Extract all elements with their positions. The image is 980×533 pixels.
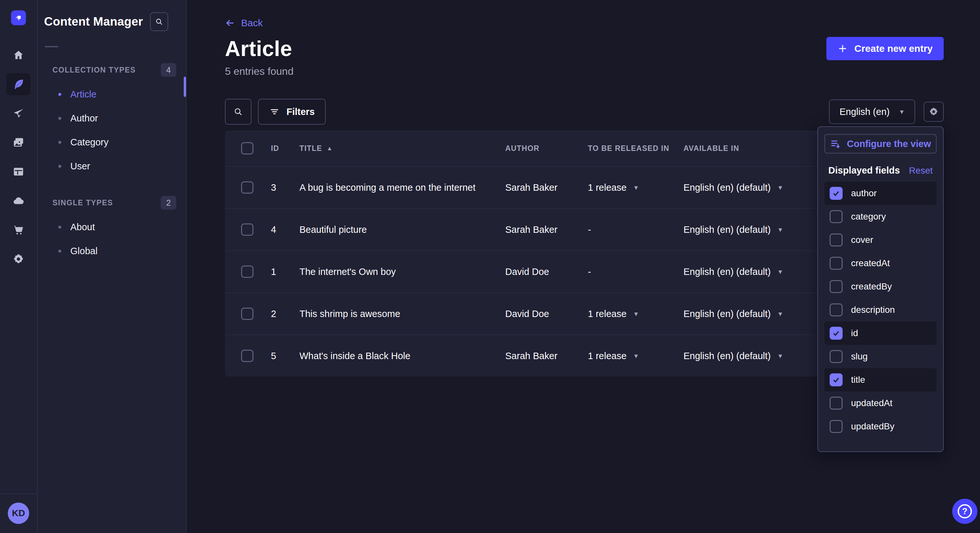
field-toggle-createdBy[interactable]: createdBy xyxy=(824,275,937,298)
field-toggle-updatedBy[interactable]: updatedBy xyxy=(824,415,937,438)
column-header-to-be-released-in[interactable]: TO BE RELEASED IN xyxy=(583,144,679,153)
content-type-builder-icon[interactable] xyxy=(6,160,30,182)
field-toggle-updatedAt[interactable]: updatedAt xyxy=(824,392,937,415)
field-label: category xyxy=(851,211,886,222)
sidebar-item-user[interactable]: User xyxy=(38,154,186,178)
sidebar-scrollbar-thumb[interactable] xyxy=(184,77,186,97)
user-avatar[interactable]: KD xyxy=(8,503,29,524)
checkbox[interactable] xyxy=(830,257,843,270)
help-button[interactable]: ? xyxy=(952,499,977,524)
checkbox[interactable] xyxy=(830,303,843,316)
filters-button[interactable]: Filters xyxy=(258,99,326,125)
field-toggle-slug[interactable]: slug xyxy=(824,345,937,368)
sidebar-item-global[interactable]: Global xyxy=(38,239,186,263)
rail-icon-list xyxy=(6,44,30,270)
cell-release: - xyxy=(583,266,679,277)
checkbox[interactable] xyxy=(830,187,843,200)
sidebar-search-button[interactable] xyxy=(150,12,168,31)
checkbox[interactable] xyxy=(830,327,843,339)
deploy-icon[interactable] xyxy=(6,190,30,212)
bullet-icon xyxy=(58,117,61,120)
field-toggle-createdAt[interactable]: createdAt xyxy=(824,252,937,275)
cell-id: 1 xyxy=(264,266,293,277)
home-icon[interactable] xyxy=(6,44,30,66)
field-toggle-cover[interactable]: cover xyxy=(824,228,937,252)
create-new-entry-button[interactable]: Create new entry xyxy=(826,37,944,60)
reset-button[interactable]: Reset xyxy=(909,165,933,176)
gear-icon xyxy=(929,106,939,117)
view-settings-button[interactable] xyxy=(924,102,944,122)
sidebar-item-article[interactable]: Article xyxy=(38,82,186,106)
chevron-down-icon: ▼ xyxy=(777,311,783,317)
cell-release-menu[interactable]: 1 release▼ xyxy=(583,182,679,193)
main-content: Back Article 5 entries found Create new … xyxy=(187,0,980,533)
row-checkbox[interactable] xyxy=(241,265,253,278)
checkbox[interactable] xyxy=(830,280,843,293)
row-checkbox[interactable] xyxy=(241,350,253,362)
checkbox[interactable] xyxy=(830,373,843,386)
list-toolbar: Filters English (en) ▼ xyxy=(225,99,944,125)
field-toggle-description[interactable]: description xyxy=(824,298,937,322)
field-label: description xyxy=(851,305,895,315)
arrow-left-icon xyxy=(225,18,235,28)
cell-id: 5 xyxy=(264,351,293,362)
cell-id: 3 xyxy=(264,182,293,193)
field-toggle-author[interactable]: author xyxy=(824,182,937,205)
select-all-checkbox[interactable] xyxy=(241,142,253,154)
checkbox[interactable] xyxy=(830,397,843,409)
configure-list-icon xyxy=(830,138,841,149)
cell-title: This shrimp is awesome xyxy=(293,309,500,319)
row-checkbox[interactable] xyxy=(241,308,253,320)
sidebar-item-category[interactable]: Category xyxy=(38,130,186,154)
checkbox[interactable] xyxy=(830,350,843,363)
cell-release-menu[interactable]: 1 release▼ xyxy=(583,351,679,362)
sidebar-divider xyxy=(45,46,58,47)
configure-the-view-button[interactable]: Configure the view xyxy=(824,134,937,154)
field-toggle-id[interactable]: id xyxy=(824,322,937,345)
bullet-icon xyxy=(58,141,61,144)
chevron-down-icon: ▼ xyxy=(777,227,783,233)
marketplace-icon[interactable] xyxy=(6,219,30,241)
filter-icon xyxy=(269,107,280,117)
row-checkbox[interactable] xyxy=(241,224,253,236)
cell-author: David Doe xyxy=(500,309,583,319)
chevron-down-icon: ▼ xyxy=(899,109,905,115)
column-header-author[interactable]: AUTHOR xyxy=(500,144,583,153)
column-header-title[interactable]: TITLE▲ xyxy=(293,144,500,153)
field-toggle-category[interactable]: category xyxy=(824,205,937,228)
column-header-id[interactable]: ID xyxy=(264,144,293,153)
back-link[interactable]: Back xyxy=(225,17,263,29)
sidebar-title: Content Manager xyxy=(44,15,143,29)
sidebar-item-label: Category xyxy=(70,137,108,148)
field-label: id xyxy=(851,328,858,338)
releases-icon[interactable] xyxy=(6,102,30,124)
row-checkbox[interactable] xyxy=(241,181,253,194)
field-label: createdAt xyxy=(851,258,890,268)
field-label: cover xyxy=(851,235,873,245)
locale-select[interactable]: English (en) ▼ xyxy=(829,99,915,124)
sidebar-item-about[interactable]: About xyxy=(38,215,186,239)
field-toggle-title[interactable]: title xyxy=(824,368,937,392)
chevron-down-icon: ▼ xyxy=(777,269,783,275)
sidebar-item-label: Article xyxy=(70,89,97,100)
table-search-button[interactable] xyxy=(225,99,251,125)
cell-release-menu[interactable]: 1 release▼ xyxy=(583,309,679,319)
chevron-down-icon: ▼ xyxy=(777,353,783,359)
checkbox[interactable] xyxy=(830,420,843,433)
content-manager-icon[interactable] xyxy=(6,73,30,95)
sidebar-item-author[interactable]: Author xyxy=(38,106,186,130)
checkbox[interactable] xyxy=(830,233,843,246)
checkbox[interactable] xyxy=(830,210,843,223)
chevron-down-icon: ▼ xyxy=(777,185,783,191)
media-library-icon[interactable] xyxy=(6,132,30,154)
settings-icon[interactable] xyxy=(6,248,30,270)
collection-types-count-badge: 4 xyxy=(161,63,176,77)
back-label: Back xyxy=(241,17,263,29)
check-icon xyxy=(832,376,840,384)
entries-count: 5 entries found xyxy=(225,65,944,78)
strapi-logo[interactable] xyxy=(11,10,26,25)
field-label: author xyxy=(851,188,877,198)
section-label: COLLECTION TYPES xyxy=(52,66,161,75)
cell-title: What's inside a Black Hole xyxy=(293,351,500,362)
field-label: createdBy xyxy=(851,281,892,292)
